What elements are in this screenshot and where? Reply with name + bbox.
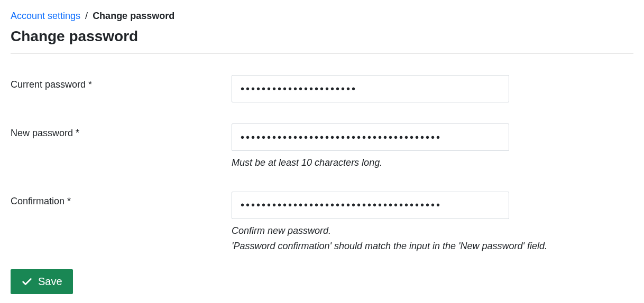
save-button[interactable]: Save <box>11 269 73 294</box>
breadcrumb-current: Change password <box>93 11 174 21</box>
confirmation-field-wrapper: Confirm new password. 'Password confirma… <box>232 192 633 254</box>
new-password-label: New password * <box>11 124 232 139</box>
confirmation-help-line1: Confirm new password. <box>232 223 633 239</box>
confirmation-help-line2: 'Password confirmation' should match the… <box>232 239 633 254</box>
new-password-input[interactable] <box>232 124 509 151</box>
form-row-new-password: New password * Must be at least 10 chara… <box>11 124 633 171</box>
confirmation-input[interactable] <box>232 192 509 219</box>
page-title: Change password <box>11 28 633 45</box>
confirmation-label: Confirmation * <box>11 192 232 207</box>
breadcrumb: Account settings / Change password <box>11 11 633 22</box>
check-icon <box>21 276 33 288</box>
breadcrumb-separator: / <box>85 11 88 21</box>
divider <box>11 53 633 54</box>
breadcrumb-parent-link[interactable]: Account settings <box>11 11 80 21</box>
save-button-label: Save <box>38 276 62 288</box>
current-password-field-wrapper <box>232 75 509 102</box>
form-row-confirmation: Confirmation * Confirm new password. 'Pa… <box>11 192 633 254</box>
new-password-help: Must be at least 10 characters long. <box>232 155 633 171</box>
confirmation-help: Confirm new password. 'Password confirma… <box>232 223 633 254</box>
current-password-label: Current password * <box>11 75 232 90</box>
current-password-input[interactable] <box>232 75 509 102</box>
new-password-field-wrapper: Must be at least 10 characters long. <box>232 124 633 171</box>
form-row-current-password: Current password * <box>11 75 633 102</box>
